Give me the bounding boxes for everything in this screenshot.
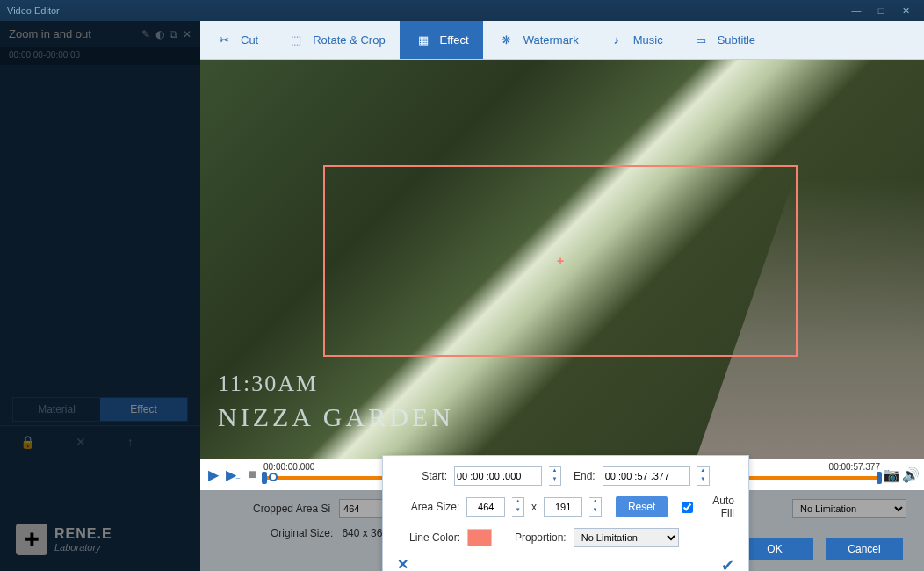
start-time-input[interactable] (454, 466, 542, 486)
start-spinner[interactable]: ▲▼ (549, 466, 561, 486)
close-button[interactable]: ✕ (894, 3, 917, 18)
reset-button[interactable]: Reset (616, 496, 668, 517)
start-label: Start: (422, 470, 447, 482)
tool-rotate-crop[interactable]: ⬚Rotate & Crop (272, 21, 399, 59)
end-time-input[interactable] (603, 466, 690, 486)
height-spinner[interactable]: ▲▼ (589, 497, 602, 517)
titlebar: Video Editor — □ ✕ (0, 0, 924, 21)
overlay-timestamp: 11:30AM (218, 371, 318, 397)
proportion-label: Proportion: (515, 531, 567, 544)
crop-icon: ⬚ (286, 31, 306, 50)
range-handle-start[interactable] (262, 472, 267, 484)
music-icon: ♪ (607, 31, 626, 50)
crop-center-marker: + (557, 254, 564, 268)
autofill-checkbox[interactable]: Auto Fill (682, 495, 734, 519)
scissors-icon: ✂ (214, 31, 234, 50)
line-color-label: Line Color: (397, 531, 460, 544)
crop-settings-popup: Start: ▲▼ End: ▲▼ Area Size: ▲▼ x ▲▼ Res… (382, 455, 749, 571)
subtitle-icon: ▭ (691, 31, 711, 50)
area-size-label: Area Size: (397, 501, 459, 513)
area-height-input[interactable] (544, 497, 582, 517)
tool-subtitle[interactable]: ▭Subtitle (677, 21, 769, 59)
playhead[interactable] (269, 473, 278, 481)
timeline-end-label: 00:00:57.377 (829, 462, 880, 472)
volume-button[interactable]: 🔊 (903, 466, 919, 482)
proportion-select[interactable]: No Limitation (574, 528, 679, 547)
timeline-start-label: 00:00:00.000 (263, 462, 314, 472)
cancel-button[interactable]: Cancel (826, 538, 903, 560)
video-preview[interactable]: + 11:30AM NIZZA GARDEN (200, 60, 924, 459)
area-width-input[interactable] (466, 497, 505, 517)
width-spinner[interactable]: ▲▼ (512, 497, 524, 517)
end-label: End: (574, 470, 596, 482)
window-title: Video Editor (7, 5, 60, 16)
popup-cancel-icon[interactable]: ✕ (397, 556, 408, 571)
end-spinner[interactable]: ▲▼ (697, 466, 710, 486)
popup-confirm-icon[interactable]: ✔ (721, 556, 734, 571)
minimize-button[interactable]: — (845, 3, 868, 18)
sidebar-dim-overlay (0, 21, 200, 571)
play-button[interactable]: ▶ (206, 466, 221, 482)
overlay-location: NIZZA GARDEN (218, 402, 454, 432)
range-handle-end[interactable] (877, 472, 882, 484)
tool-watermark[interactable]: ❋Watermark (483, 21, 593, 59)
maximize-button[interactable]: □ (870, 3, 892, 18)
stop-button[interactable]: ■ (244, 466, 260, 482)
step-button[interactable]: ▶_ (225, 466, 241, 482)
tool-effect[interactable]: ▦Effect (400, 21, 483, 59)
crop-selection[interactable]: + (323, 165, 798, 357)
line-color-swatch[interactable] (467, 529, 492, 546)
sidebar: Zoom in and out ✎ ◐ ⧉ ✕ 00:00:00-00:00:0… (0, 21, 200, 571)
tool-music[interactable]: ♪Music (593, 21, 677, 59)
main-toolbar: ✂Cut ⬚Rotate & Crop ▦Effect ❋Watermark ♪… (200, 21, 924, 60)
tool-cut[interactable]: ✂Cut (200, 21, 272, 59)
snapshot-button[interactable]: 📷 (884, 466, 899, 482)
effect-icon: ▦ (414, 31, 433, 50)
watermark-icon: ❋ (497, 31, 516, 50)
